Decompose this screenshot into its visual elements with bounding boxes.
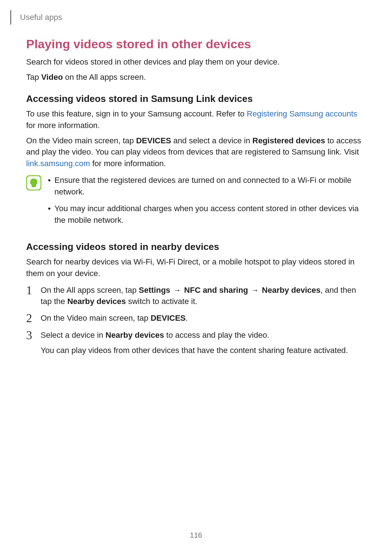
note-icon — [26, 175, 41, 190]
breadcrumb: Useful apps — [20, 13, 62, 22]
note-block: • Ensure that the registered devices are… — [26, 175, 366, 231]
label-settings: Settings — [139, 286, 170, 295]
text: On the All apps screen, tap — [41, 286, 139, 295]
text: for more information. — [26, 121, 100, 130]
step-3-body: Select a device in Nearby devices to acc… — [41, 329, 366, 356]
text: switch to activate it. — [126, 297, 197, 306]
app-name-video: Video — [41, 73, 63, 82]
link-registering-accounts[interactable]: Registering Samsung accounts — [247, 109, 358, 118]
label-registered-devices: Registered devices — [252, 136, 325, 145]
page-number: 116 — [0, 531, 392, 539]
label-nearby-devices: Nearby devices — [262, 286, 320, 295]
step-3: 3 Select a device in Nearby devices to a… — [26, 329, 366, 356]
note-bullet-2: • You may incur additional charges when … — [48, 203, 366, 226]
note-text-2: You may incur additional charges when yo… — [54, 203, 366, 226]
step-number: 1 — [26, 284, 41, 308]
text: and select a device in — [171, 136, 252, 145]
text: Tap — [26, 73, 41, 82]
label-nfc-sharing: NFC and sharing — [184, 286, 248, 295]
samsung-link-p2: On the Video main screen, tap DEVICES an… — [26, 135, 366, 170]
step-number: 2 — [26, 312, 41, 324]
samsung-link-p1: To use this feature, sign in to your Sam… — [26, 108, 366, 131]
step-2-body: On the Video main screen, tap DEVICES. — [41, 312, 366, 324]
text: To use this feature, sign in to your Sam… — [26, 109, 247, 118]
text: On the Video main screen, tap — [26, 136, 136, 145]
intro-line-1: Search for videos stored in other device… — [26, 56, 366, 68]
arrow-icon: → — [248, 286, 262, 295]
subsection-nearby-devices: Accessing videos stored in nearby device… — [26, 241, 366, 253]
step-2: 2 On the Video main screen, tap DEVICES. — [26, 312, 366, 324]
label-nearby-devices: Nearby devices — [106, 331, 164, 340]
intro-line-2: Tap Video on the All apps screen. — [26, 71, 366, 83]
page-title: Playing videos stored in other devices — [26, 37, 366, 51]
label-devices: DEVICES — [151, 313, 186, 323]
step-3-sub: You can play videos from other devices t… — [41, 345, 366, 356]
header-marker — [10, 10, 11, 25]
step-number: 3 — [26, 329, 41, 356]
text: for more information. — [90, 159, 166, 168]
link-samsung-com[interactable]: link.samsung.com — [26, 159, 90, 168]
text: . — [185, 313, 188, 323]
step-1: 1 On the All apps screen, tap Settings →… — [26, 284, 366, 308]
label-devices: DEVICES — [136, 136, 171, 145]
text: On the Video main screen, tap — [41, 313, 151, 323]
text: Select a device in — [41, 331, 106, 340]
page-header: Useful apps — [26, 10, 366, 25]
text: on the All apps screen. — [63, 73, 146, 82]
text: to access and play the video. — [164, 331, 269, 340]
note-text-1: Ensure that the registered devices are t… — [54, 175, 366, 198]
note-bullet-1: • Ensure that the registered devices are… — [48, 175, 366, 198]
nearby-intro: Search for nearby devices via Wi-Fi, Wi-… — [26, 256, 366, 279]
manual-page: Useful apps Playing videos stored in oth… — [0, 0, 392, 554]
label-nearby-devices-switch: Nearby devices — [67, 297, 126, 306]
subsection-samsung-link: Accessing videos stored in Samsung Link … — [26, 93, 366, 104]
arrow-icon: → — [170, 286, 184, 295]
step-1-body: On the All apps screen, tap Settings → N… — [41, 284, 366, 308]
bullet-dot-icon: • — [48, 203, 54, 226]
note-list: • Ensure that the registered devices are… — [48, 175, 366, 231]
bullet-dot-icon: • — [48, 175, 54, 198]
